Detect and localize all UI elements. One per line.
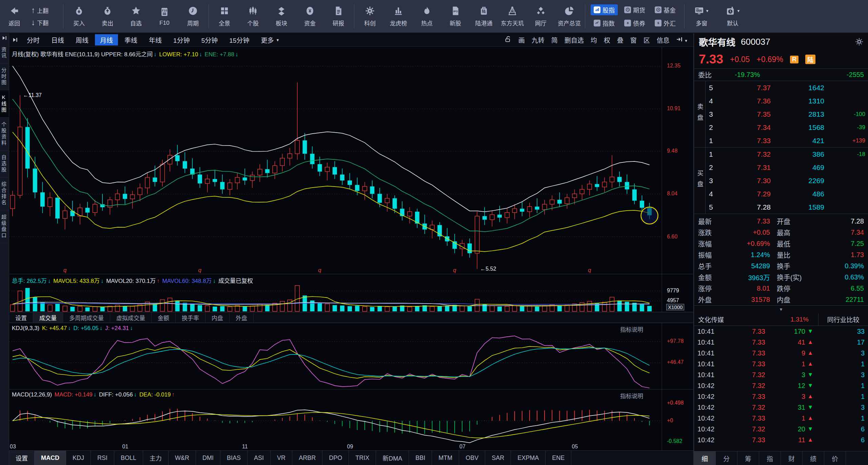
back-button[interactable]: 返回 [0, 0, 28, 33]
indicator-tab-TRIX[interactable]: TRIX [349, 451, 376, 465]
volume-tab-换手率[interactable]: 换手率 [176, 312, 205, 323]
volume-tab-金额[interactable]: 金额 [152, 312, 176, 323]
industry-compare-button[interactable]: 同行业比较 [818, 313, 868, 326]
indicator-tab-ARBR[interactable]: ARBR [292, 451, 322, 465]
sell-level-row[interactable]: 17.33421+139 [706, 134, 868, 147]
market-switch-dot-mini[interactable]: 基金 [652, 4, 679, 15]
collapse-right-icon[interactable]: ▼ [676, 36, 688, 44]
chart-tool-叠[interactable]: 叠 [617, 35, 624, 44]
quote-tab-指[interactable]: 指 [759, 451, 781, 465]
indicator-tab-DMI[interactable]: DMI [196, 451, 220, 465]
kline-chart[interactable]: qqqqq 月线(复权) 歌华有线 ENE(10,11,9) UPPER: 8.… [9, 47, 693, 450]
market-switch-bars-mini[interactable]: 股指 [591, 4, 618, 15]
multi-window-button[interactable]: ▼多窗 [686, 0, 717, 33]
toolbar-yen-button[interactable]: ¥资金 [296, 0, 324, 33]
chart-tool-信息[interactable]: 信息 [657, 35, 670, 44]
sell-level-row[interactable]: 47.361310 [706, 94, 868, 108]
toolbar-diamond-cluster-button[interactable]: 网厅 [527, 0, 555, 33]
period-tab-1分钟[interactable]: 1分钟 [168, 34, 195, 45]
indicator-tab-BOLL[interactable]: BOLL [114, 451, 143, 465]
quote-tab-绩[interactable]: 绩 [803, 451, 824, 465]
volume-tab-外盘[interactable]: 外盘 [230, 312, 254, 323]
indicator-tab-W&R[interactable]: W&R [169, 451, 196, 465]
toolbar-clock-button[interactable]: 周期 [179, 0, 207, 33]
toolbar-lu-badge-button[interactable]: 陆陆港通 [470, 0, 498, 33]
volume-tab-设置[interactable]: 设置 [9, 312, 33, 323]
toolbar-buy-bag-button[interactable]: 买入 [65, 0, 93, 33]
sidebar-item-超级盘口[interactable]: 超级盘口 [0, 210, 9, 243]
toolbar-palace-button[interactable]: 东方天玑 [498, 0, 527, 33]
period-tab-年线[interactable]: 年线 [144, 34, 167, 45]
period-tab-更多[interactable]: 更多▼ [256, 34, 284, 45]
sell-level-row[interactable]: 57.371642 [706, 81, 868, 94]
quote-tab-分[interactable]: 分 [716, 451, 737, 465]
toolbar-candles-button[interactable]: 个股 [239, 0, 267, 33]
indicator-tab-SAR[interactable]: SAR [485, 451, 511, 465]
toolbar-ipo-doc-button[interactable]: IPO新股 [441, 0, 470, 33]
toolbar-report-button[interactable]: 研报 [324, 0, 353, 33]
indicator-tab-ASI[interactable]: ASI [248, 451, 271, 465]
quote-tab-财[interactable]: 财 [781, 451, 803, 465]
sidebar-item-自选股[interactable]: 自选股 [0, 151, 9, 177]
market-switch-wave-mini[interactable]: 指数 [591, 18, 618, 28]
sidebar-item-K线图[interactable]: K线图 [0, 90, 9, 118]
indicator-tab-主力[interactable]: 主力 [143, 451, 169, 465]
period-tab-5分钟[interactable]: 5分钟 [196, 34, 223, 45]
indicator-tab-EXPMA[interactable]: EXPMA [511, 451, 546, 465]
toolbar-diamonds-button[interactable]: 板块 [267, 0, 296, 33]
chart-tool-区[interactable]: 区 [644, 35, 650, 44]
buy-level-row[interactable]: 27.31469 [706, 161, 868, 174]
quote-tab-细[interactable]: 细 [694, 451, 716, 465]
page-down-button[interactable]: ↓下翻 [31, 18, 62, 27]
chart-tool-画[interactable]: 画 [518, 35, 525, 44]
period-tab-日线[interactable]: 日线 [46, 34, 69, 45]
buy-level-row[interactable]: 57.281589 [706, 200, 868, 214]
chart-canvas[interactable]: qqqqq [9, 47, 693, 450]
chart-tool-窗[interactable]: 窗 [630, 35, 637, 44]
home-clock-button[interactable]: ▼默认 [717, 0, 748, 33]
volume-tab-内盘[interactable]: 内盘 [205, 312, 230, 323]
sidebar-item-资讯[interactable]: 资讯 [0, 43, 9, 63]
toolbar-bar-chart-button[interactable]: 龙虎榜 [384, 0, 413, 33]
indicator-tab-DPO[interactable]: DPO [322, 451, 349, 465]
toolbar-flame-button[interactable]: 热点 [413, 0, 441, 33]
period-tab-周线[interactable]: 周线 [71, 34, 94, 45]
page-up-button[interactable]: ↑上翻 [31, 5, 62, 15]
chart-tool-均[interactable]: 均 [591, 35, 597, 44]
toolbar-f10-doc-button[interactable]: F10F10 [150, 0, 179, 33]
quote-tab-筹[interactable]: 筹 [737, 451, 759, 465]
sidebar-collapse-icon[interactable] [2, 33, 7, 43]
unlock-icon[interactable] [505, 36, 512, 44]
market-switch-clock-mini[interactable]: 期货 [621, 4, 648, 15]
indicator-tab-BIAS[interactable]: BIAS [220, 451, 248, 465]
expand-stats-chevron-icon[interactable]: ▾ [694, 306, 868, 313]
indicator-tab-新DMA[interactable]: 新DMA [376, 451, 409, 465]
sidebar-item-综合排名[interactable]: 综合排名 [0, 177, 9, 210]
macd-indicator-info-link[interactable]: 指标说明 [620, 391, 643, 400]
chart-tool-删自选[interactable]: 删自选 [565, 35, 584, 44]
volume-tab-成交量[interactable]: 成交量 [33, 312, 63, 323]
toolbar-gear-chip-button[interactable]: 科创 [356, 0, 384, 33]
chart-tool-九转[interactable]: 九转 [532, 35, 545, 44]
volume-tab-虚拟成交量[interactable]: 虚拟成交量 [110, 312, 152, 323]
buy-level-row[interactable]: 47.29486 [706, 187, 868, 200]
period-tab-月线[interactable]: 月线 [95, 34, 118, 45]
indicator-tab-MTM[interactable]: MTM [432, 451, 459, 465]
market-switch-dollar-mini[interactable]: $外汇 [652, 18, 679, 28]
toolbar-star-button[interactable]: 自选 [122, 0, 150, 33]
toolbar-pie-button[interactable]: 资产总览 [555, 0, 584, 33]
indicator-tab-BBI[interactable]: BBI [409, 451, 432, 465]
period-tab-15分钟[interactable]: 15分钟 [224, 34, 254, 45]
kdj-indicator-info-link[interactable]: 指标说明 [620, 325, 643, 333]
sell-level-row[interactable]: 37.352813-100 [706, 108, 868, 121]
indicator-tab-设置[interactable]: 设置 [9, 451, 35, 465]
toolbar-sell-bag-button[interactable]: 卖出 [93, 0, 122, 33]
indicator-tab-OBV[interactable]: OBV [459, 451, 485, 465]
indicator-tab-RSI[interactable]: RSI [91, 451, 114, 465]
sell-level-row[interactable]: 27.341568-39 [706, 121, 868, 134]
period-tab-分时[interactable]: 分时 [22, 34, 45, 45]
indicator-tab-MACD[interactable]: MACD [35, 451, 66, 465]
panel-expand-icon[interactable] [13, 37, 18, 42]
gear-icon[interactable] [855, 38, 863, 46]
indicator-tab-VR[interactable]: VR [271, 451, 292, 465]
